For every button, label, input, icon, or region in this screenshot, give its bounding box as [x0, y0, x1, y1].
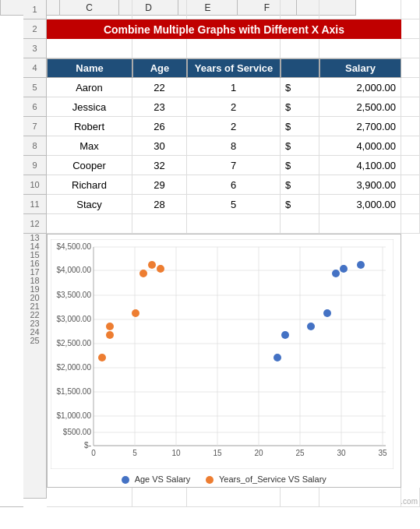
data-row-8: Max 30 8 $ 4,000.00 — [47, 136, 420, 156]
cell-name-0: Aaron — [47, 78, 132, 97]
cell-d3 — [187, 39, 281, 58]
svg-text:$4,000.00: $4,000.00 — [57, 266, 92, 274]
data-row-5: Aaron 22 1 $ 2,000.00 — [47, 78, 420, 97]
cell-salary-6: 3,000.00 — [319, 195, 401, 214]
data-row-11: Stacy 28 5 $ 3,000.00 — [47, 195, 420, 214]
series1-point-4 — [340, 265, 348, 273]
svg-text:$-: $- — [84, 441, 91, 450]
series2-point-2 — [106, 331, 114, 339]
row-num-11: 11 — [23, 195, 47, 214]
spreadsheet-title: Combine Multiple Graphs with Different X… — [104, 23, 344, 36]
cell-age-6: 28 — [132, 195, 187, 214]
svg-text:30: 30 — [337, 449, 346, 457]
cell-salary-2: 2,700.00 — [319, 117, 401, 136]
data-row-9: Cooper 32 7 $ 4,100.00 — [47, 156, 420, 175]
cell-rest-r2 — [401, 117, 420, 136]
svg-text:$2,500.00: $2,500.00 — [57, 339, 92, 347]
cell-rest3 — [401, 39, 420, 58]
sheet-body: 1 2 3 4 5 6 7 8 9 10 11 12 1314151617 18… — [23, 0, 420, 507]
chart-row: $4,500.00 $4,000.00 $3,500.00 $3,000.00 … — [47, 234, 420, 488]
svg-text:25: 25 — [295, 449, 305, 457]
svg-text:$500.00: $500.00 — [63, 428, 92, 436]
cell-age-1: 23 — [132, 97, 187, 117]
row-1 — [47, 0, 420, 19]
spreadsheet: B C D E F 1 2 3 4 5 6 7 8 9 10 11 12 131… — [0, 0, 420, 507]
svg-text:35: 35 — [378, 449, 387, 457]
cell-dollar-4: $ — [281, 156, 319, 175]
series1-point-3 — [307, 323, 315, 330]
cell-age-0: 22 — [132, 78, 187, 97]
cell-rest4 — [401, 58, 420, 78]
series2-point-7 — [132, 309, 139, 317]
cell-c1 — [132, 0, 187, 19]
svg-text:15: 15 — [213, 449, 222, 457]
svg-text:$4,500.00: $4,500.00 — [57, 242, 92, 251]
cell-b1 — [47, 0, 132, 19]
header-years: Years of Service — [187, 58, 281, 78]
legend-dot-series1 — [122, 476, 129, 484]
row-25: wsxdn.com — [47, 488, 420, 507]
cell-dollar-1: $ — [281, 97, 319, 117]
cell-rest-r5 — [401, 175, 420, 195]
row-12 — [47, 214, 420, 234]
chart-svg: $4,500.00 $4,000.00 $3,500.00 $3,000.00 … — [51, 239, 394, 469]
series1-point-2 — [281, 331, 289, 339]
cell-f3 — [319, 39, 401, 58]
legend-series2: Years_of_Service VS Salary — [206, 474, 326, 484]
cell-dollar-3: $ — [281, 136, 319, 156]
data-row-10: Richard 29 6 $ 3,900.00 — [47, 175, 420, 195]
cell-years-5: 6 — [187, 175, 281, 195]
cell-dollar-2: $ — [281, 117, 319, 136]
row-num-chart: 1314151617 1819202122 232425 — [23, 234, 47, 499]
cell-age-4: 32 — [132, 156, 187, 175]
cell-years-3: 8 — [187, 136, 281, 156]
row-num-1: 1 — [23, 0, 47, 19]
cell-name-5: Richard — [47, 175, 132, 195]
series2-point-4 — [157, 265, 164, 273]
header-salary-label — [281, 58, 319, 78]
sheet-content: Combine Multiple Graphs with Different X… — [47, 0, 420, 507]
cell-rest-r6 — [401, 195, 420, 214]
cell-years-4: 7 — [187, 156, 281, 175]
chart-legend: Age VS Salary Years_of_Service VS Salary — [51, 474, 397, 484]
legend-series1: Age VS Salary — [122, 474, 190, 484]
cell-d1 — [187, 0, 281, 19]
cell-name-4: Cooper — [47, 156, 132, 175]
row-num-7: 7 — [23, 117, 47, 136]
header-salary: Salary — [319, 58, 401, 78]
series1-point-6 — [332, 270, 340, 277]
row-num-4: 4 — [23, 58, 47, 78]
legend-dot-series2 — [206, 476, 214, 484]
cell-years-0: 1 — [187, 78, 281, 97]
cell-age-2: 26 — [132, 117, 187, 136]
cell-years-2: 2 — [187, 117, 281, 136]
cell-salary-0: 2,000.00 — [319, 78, 401, 97]
legend-label-series2: Years_of_Service VS Salary — [219, 474, 326, 484]
cell-salary-4: 4,100.00 — [319, 156, 401, 175]
svg-text:$3,500.00: $3,500.00 — [57, 291, 92, 299]
cell-years-1: 2 — [187, 97, 281, 117]
data-row-7: Robert 26 2 $ 2,700.00 — [47, 117, 420, 136]
cell-f1 — [319, 0, 401, 19]
cell-b3 — [47, 39, 132, 58]
row-numbers: 1 2 3 4 5 6 7 8 9 10 11 12 1314151617 18… — [23, 0, 47, 507]
cell-age-3: 30 — [132, 136, 187, 156]
legend-label-series1: Age VS Salary — [135, 474, 191, 484]
cell-salary-1: 2,500.00 — [319, 97, 401, 117]
cell-name-3: Max — [47, 136, 132, 156]
svg-text:10: 10 — [171, 449, 181, 457]
svg-text:$1,500.00: $1,500.00 — [57, 387, 92, 396]
cell-rest-r1 — [401, 97, 420, 117]
cell-dollar-5: $ — [281, 175, 319, 195]
svg-text:$2,000.00: $2,000.00 — [57, 363, 92, 372]
series2-point-6 — [139, 270, 147, 277]
cell-rest2 — [401, 19, 420, 39]
series2-point-1 — [98, 354, 106, 361]
row-num-5: 5 — [23, 78, 47, 97]
row-num-10: 10 — [23, 175, 47, 195]
row-4-headers: Name Age Years of Service Salary — [47, 58, 420, 78]
watermark: wsxdn.com — [401, 497, 418, 506]
row-num-8: 8 — [23, 136, 47, 156]
cell-name-2: Robert — [47, 117, 132, 136]
row-3 — [47, 39, 420, 58]
